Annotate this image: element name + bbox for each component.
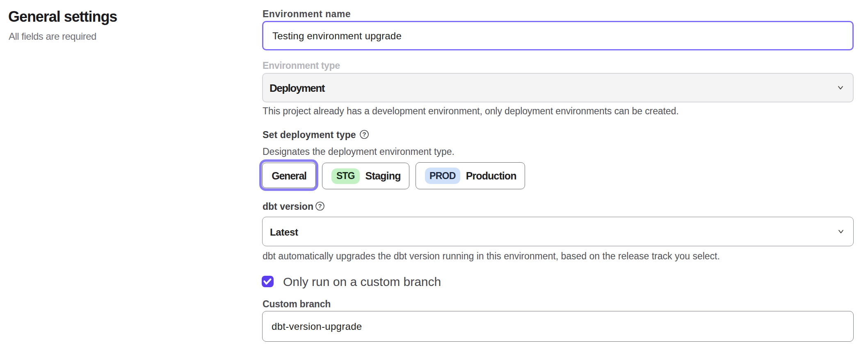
svg-text:?: ?: [362, 131, 366, 138]
svg-text:?: ?: [318, 202, 322, 209]
